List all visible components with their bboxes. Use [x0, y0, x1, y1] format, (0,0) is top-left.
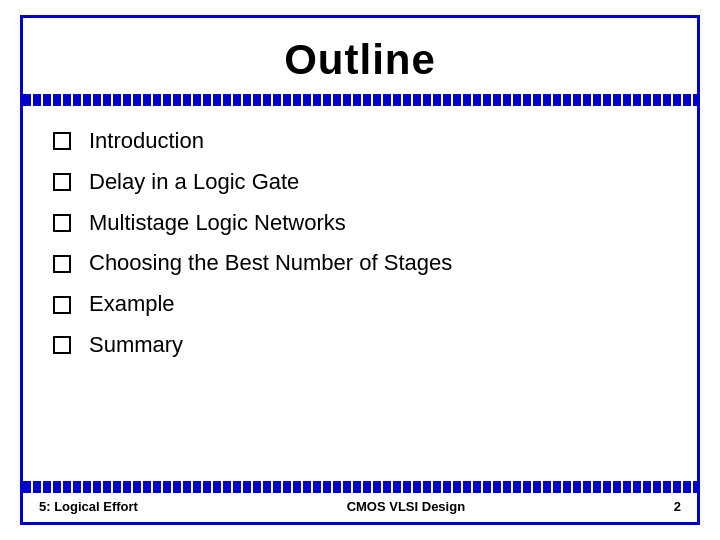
- item-label: Multistage Logic Networks: [89, 208, 346, 239]
- bullet-icon: [53, 336, 71, 354]
- slide-title-area: Outline: [23, 18, 697, 94]
- bullet-icon: [53, 296, 71, 314]
- list-item: Multistage Logic Networks: [53, 208, 667, 239]
- list-item: Delay in a Logic Gate: [53, 167, 667, 198]
- slide-footer: 5: Logical Effort CMOS VLSI Design 2: [23, 481, 697, 522]
- bullet-icon: [53, 255, 71, 273]
- item-label: Summary: [89, 330, 183, 361]
- bullet-icon: [53, 173, 71, 191]
- item-label: Introduction: [89, 126, 204, 157]
- slide-title: Outline: [43, 36, 677, 84]
- item-label: Choosing the Best Number of Stages: [89, 248, 452, 279]
- list-item: Choosing the Best Number of Stages: [53, 248, 667, 279]
- bullet-icon: [53, 214, 71, 232]
- list-item: Summary: [53, 330, 667, 361]
- footer-content: 5: Logical Effort CMOS VLSI Design 2: [23, 493, 697, 522]
- list-item: Introduction: [53, 126, 667, 157]
- slide-content: Introduction Delay in a Logic Gate Multi…: [23, 106, 697, 481]
- list-item: Example: [53, 289, 667, 320]
- outline-list: Introduction Delay in a Logic Gate Multi…: [53, 126, 667, 361]
- footer-divider: [23, 481, 697, 493]
- footer-right: 2: [674, 499, 681, 514]
- item-label: Example: [89, 289, 175, 320]
- footer-center: CMOS VLSI Design: [347, 499, 465, 514]
- item-label: Delay in a Logic Gate: [89, 167, 299, 198]
- top-divider: [23, 94, 697, 106]
- footer-left: 5: Logical Effort: [39, 499, 138, 514]
- slide: Outline Introduction Delay in a Logic Ga…: [20, 15, 700, 525]
- bullet-icon: [53, 132, 71, 150]
